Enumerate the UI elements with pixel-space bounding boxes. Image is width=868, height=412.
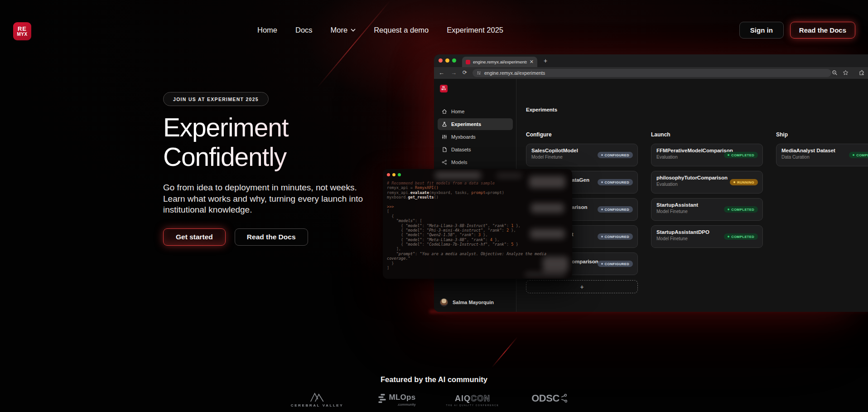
nav-link-request-a-demo[interactable]: Request a demo [374,26,429,34]
logo-text: MYX [442,89,446,91]
status-label: COMPLETED [856,153,868,157]
blurred-redaction [525,272,565,277]
url-text: engine.remyx.ai/experiments [484,70,545,76]
sidebar-item-experiments[interactable]: Experiments [438,118,513,130]
card-title: ataGen [572,177,589,183]
browser-toolbar: ← → ⟳ engine.remyx.ai/experiments [434,67,868,79]
community-logos: CEREBRAL VALLEY MLOps .community AIQCON … [0,391,868,412]
new-tab-button[interactable]: + [544,58,547,64]
sign-in-button[interactable]: Sign in [739,22,784,39]
experiment-card[interactable]: StartupAssistantDPOModel FinetuneCOMPLET… [651,225,763,248]
top-navigation: RE MYX HomeDocsMoreRequest a demoExperim… [0,0,868,44]
minimize-window-button[interactable] [445,58,449,63]
cerebral-valley-text: CEREBRAL VALLEY [291,403,344,407]
experiment-card[interactable]: FFMPerativeModelComparisonEvaluationCOMP… [651,144,763,166]
status-dot-icon [733,181,735,183]
browser-tab[interactable]: engine.remyx.ai/experiments ✕ [462,57,537,67]
status-badge: CONFIGURED [598,261,633,267]
experiment-card[interactable]: StartupAssistantModel FinetuneCOMPLETED [651,198,763,221]
card-title: omparison [572,259,598,264]
nav-link-experiment-2025[interactable]: Experiment 2025 [447,26,503,34]
card-title: arison [572,204,588,210]
hero-title-line1: Experiment [163,113,288,142]
status-label: CONFIGURED [605,180,629,184]
aiqcon-logo: AIQCON THE AI QUALITY CONFERENCE [446,394,499,407]
tab-favicon [466,60,470,64]
blurred-redaction [543,257,568,272]
add-experiment-button[interactable]: + [526,280,638,293]
tab-title: engine.remyx.ai/experiments [473,59,527,64]
avatar [440,298,448,306]
nav-link-home[interactable]: Home [257,26,277,34]
code-window-traffic-lights [387,173,401,176]
window-traffic-lights [439,58,456,63]
tab-close-icon[interactable]: ✕ [530,59,534,64]
close-window-button[interactable] [439,58,443,63]
status-label: COMPLETED [731,153,754,157]
read-the-docs-secondary-button[interactable]: Read the Docs [235,228,308,246]
sidebar-item-home[interactable]: Home [438,106,513,117]
hero-title: ExperimentConfidently [163,113,381,172]
nav-link-more[interactable]: More [331,26,356,34]
maximize-window-button[interactable] [452,58,456,63]
sidebar-item-models[interactable]: Models [438,156,513,168]
minimize-window-button [392,173,395,176]
status-label: CONFIGURED [605,153,629,157]
code-line: { "model": "Qwen2-1.5B", "rank": 3 }, [387,233,546,237]
code-line: "models": [ [387,218,546,223]
code-line: { [387,214,546,218]
back-icon[interactable]: ← [439,70,444,76]
url-bar[interactable]: engine.remyx.ai/experiments [473,69,831,77]
sidebar-items: HomeExperimentsMyxboardsDatasetsModels [438,106,513,168]
experiment-card[interactable]: philosophyTutorComparisonEvaluationRUNNI… [651,171,763,194]
sidebar-item-label: Experiments [451,121,481,127]
nav-link-docs[interactable]: Docs [295,26,313,34]
remyx-logo[interactable]: RE MYX [13,22,31,40]
code-line: >>> [387,204,546,209]
sidebar-item-label: Myxboards [451,134,476,140]
mlops-icon [378,393,386,405]
blurred-redaction [435,172,481,179]
code-window: # Recommend best fit models from a data … [383,169,572,279]
browser-tabstrip: engine.remyx.ai/experiments ✕ + [434,54,868,67]
sidebar-item-datasets[interactable]: Datasets [438,144,513,155]
site-info-icon [477,71,481,75]
blurred-redaction [496,173,522,179]
status-badge: CONFIGURED [598,179,633,185]
sidebar-item-label: Home [451,109,464,114]
status-dot-icon [853,154,854,156]
chevron-down-icon [351,29,356,32]
flask-icon [442,121,447,127]
zoom-icon[interactable] [832,70,838,76]
mlops-text: MLOps [389,393,415,401]
read-the-docs-button[interactable]: Read the Docs [790,22,855,39]
extensions-icon[interactable] [858,70,864,76]
featured-heading: Featured by the AI community [0,375,868,384]
cerebral-valley-logo: CEREBRAL VALLEY [291,392,344,407]
sidebar-item-myxboards[interactable]: Myxboards [438,131,513,143]
doc-icon [442,147,447,152]
home-icon [442,109,447,114]
forward-icon[interactable]: → [451,70,457,76]
experiment-columns: ConfigureSalesCopilotModelModel Finetune… [526,131,868,293]
sidebar-item-label: Models [451,160,467,165]
sidebar-remyx-logo[interactable]: RE MYX [440,85,448,92]
user-menu[interactable]: Salma Mayorquin [440,298,494,306]
aiq-text: AIQ [455,394,471,403]
status-label: COMPLETED [731,235,754,239]
column-header: Configure [526,131,638,138]
nav-links: HomeDocsMoreRequest a demoExperiment 202… [257,26,503,34]
bookmark-star-icon[interactable] [843,70,849,76]
hero-ctas: Get started Read the Docs [163,228,381,246]
status-dot-icon [601,263,603,265]
reload-icon[interactable]: ⟳ [463,70,467,75]
get-started-button[interactable]: Get started [163,228,226,246]
code-line [387,200,546,204]
experiment-card[interactable]: SalesCopilotModelModel FinetuneCONFIGURE… [526,144,638,166]
status-label: CONFIGURED [605,262,629,266]
event-badge[interactable]: JOIN US AT EXPERIMENT 2025 [163,92,269,106]
code-line: ] [387,266,546,270]
experiment-card[interactable]: MediaAnalyst DatasetData CurationCOMPLET… [776,144,868,166]
code-line: { "model": "CodeLlama-7b-Instruct-hf", "… [387,242,546,247]
user-name: Salma Mayorquin [453,300,494,305]
